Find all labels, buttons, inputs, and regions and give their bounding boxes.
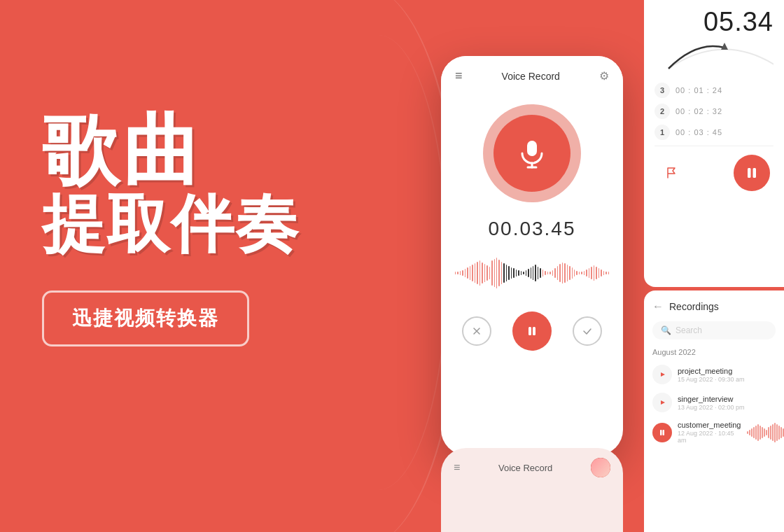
wave-bar — [579, 272, 580, 274]
pause-button[interactable] — [512, 312, 552, 351]
search-box[interactable]: 🔍 Search — [652, 321, 776, 340]
recordings-title: Recordings — [669, 301, 719, 312]
wave-bar — [562, 262, 563, 284]
lap-badge: 1 — [654, 125, 670, 140]
svg-rect-6 — [748, 168, 751, 178]
recordings-header: ← Recordings — [644, 290, 784, 318]
wave-bar — [598, 268, 599, 278]
dial-arc — [654, 37, 774, 72]
lap-badge: 3 — [654, 83, 670, 98]
wave-bar — [508, 266, 509, 280]
lap-item: 1 00 : 03 : 45 — [654, 125, 774, 140]
avatar-image — [591, 458, 610, 477]
wave-bar — [569, 266, 570, 280]
brand-text: 迅捷视频转换器 — [72, 307, 219, 329]
wave-bar — [523, 272, 524, 274]
gear-icon[interactable]: ⚙ — [599, 69, 609, 83]
wave-bar — [550, 272, 550, 274]
phone-bottom-header: ≡ Voice Record — [441, 448, 623, 483]
wave-bar — [516, 270, 517, 276]
mic-area — [441, 90, 623, 209]
wave-bar — [547, 272, 548, 274]
recordings-list: project_meeting 15 Aug 2022 · 09:30 am s… — [644, 360, 784, 448]
wave-bar — [606, 272, 606, 274]
recording-name: singer_interview — [678, 395, 776, 403]
wave-bar — [475, 263, 475, 283]
wave-bar — [531, 267, 531, 279]
phone-bottom-partial: ≡ Voice Record — [441, 448, 623, 532]
wave-bar — [506, 265, 507, 281]
svg-rect-4 — [533, 327, 536, 335]
rwave-bar — [770, 426, 771, 440]
brand-box[interactable]: 迅捷视频转换器 — [42, 290, 249, 346]
recording-meta: 12 Aug 2022 · 10:45 am — [678, 430, 741, 444]
rwave-bar — [762, 427, 763, 438]
wave-bar — [594, 265, 594, 281]
wave-bar — [462, 270, 463, 276]
bottom-menu-icon[interactable]: ≡ — [454, 461, 460, 474]
list-item[interactable]: project_meeting 15 Aug 2022 · 09:30 am — [644, 360, 784, 388]
wave-bar — [540, 268, 540, 278]
mic-inner-circle[interactable] — [493, 115, 570, 192]
wave-bar — [586, 270, 587, 276]
rwave-bar — [780, 427, 782, 438]
recording-info-0: project_meeting 15 Aug 2022 · 09:30 am — [678, 367, 776, 383]
wave-bar — [496, 258, 497, 288]
wave-bar — [572, 267, 573, 279]
wave-bar — [518, 270, 519, 276]
svg-rect-0 — [527, 141, 537, 156]
back-button[interactable]: ← — [652, 300, 664, 313]
wave-bar — [538, 267, 538, 279]
flag-pause-row — [644, 146, 784, 200]
wave-bar — [557, 266, 558, 280]
lap-list: 3 00 : 01 : 24 2 00 : 02 : 32 1 00 : 03 … — [644, 77, 784, 146]
rwave-bar — [749, 430, 750, 435]
flag-button[interactable] — [658, 160, 685, 186]
rwave-bar — [760, 426, 761, 440]
svg-rect-7 — [753, 168, 757, 178]
wave-bar — [494, 259, 495, 287]
search-placeholder-text: Search — [676, 326, 702, 335]
dial-time: 05.34 — [704, 7, 774, 37]
wave-bar — [503, 263, 504, 283]
rwave-bar — [778, 426, 780, 440]
play-button-0[interactable] — [652, 365, 672, 384]
rwave-bar — [757, 424, 759, 441]
play-button-1[interactable] — [652, 393, 672, 412]
rwave-bar — [772, 424, 774, 441]
confirm-button[interactable] — [573, 316, 602, 346]
cancel-button[interactable] — [462, 316, 491, 346]
recording-meta: 13 Aug 2022 · 02:00 pm — [678, 404, 776, 411]
rwave-bar — [753, 427, 755, 438]
wave-bar — [559, 264, 560, 282]
list-item[interactable]: singer_interview 13 Aug 2022 · 02:00 pm — [644, 388, 784, 416]
pause-record-button[interactable] — [734, 155, 770, 191]
wave-bar — [533, 266, 533, 280]
timer-display: 00.03.45 — [441, 209, 623, 248]
controls-row — [441, 298, 623, 368]
dial-area: 05.34 — [644, 0, 784, 77]
left-section: 歌曲 提取伴奏 迅捷视频转换器 — [42, 112, 336, 346]
right-top-panel: 05.34 3 00 : 01 : 24 2 00 : 02 : 32 1 00… — [644, 0, 784, 287]
phone-main: ≡ Voice Record ⚙ 00.03.45 — [441, 56, 623, 455]
wave-bar — [457, 272, 458, 274]
wave-bar — [472, 265, 472, 281]
wave-bar — [511, 267, 512, 279]
wave-bar — [470, 266, 470, 280]
lap-item: 2 00 : 02 : 32 — [654, 104, 774, 119]
mic-outer-circle[interactable] — [483, 104, 581, 202]
lap-time: 00 : 02 : 32 — [676, 107, 722, 115]
lap-item: 3 00 : 01 : 24 — [654, 83, 774, 98]
svg-rect-3 — [528, 327, 531, 335]
title-line1: 歌曲 — [42, 112, 336, 189]
wave-bar — [545, 271, 545, 275]
play-button-2[interactable] — [652, 423, 672, 442]
rwave-bar — [774, 423, 776, 442]
wave-bar — [574, 270, 575, 276]
wave-bar — [482, 262, 482, 284]
menu-icon[interactable]: ≡ — [455, 69, 463, 83]
svg-rect-9 — [663, 430, 665, 435]
wave-bar — [564, 263, 565, 283]
list-item[interactable]: customer_meeting 12 Aug 2022 · 10:45 am — [644, 416, 784, 448]
rwave-bar — [747, 431, 748, 434]
